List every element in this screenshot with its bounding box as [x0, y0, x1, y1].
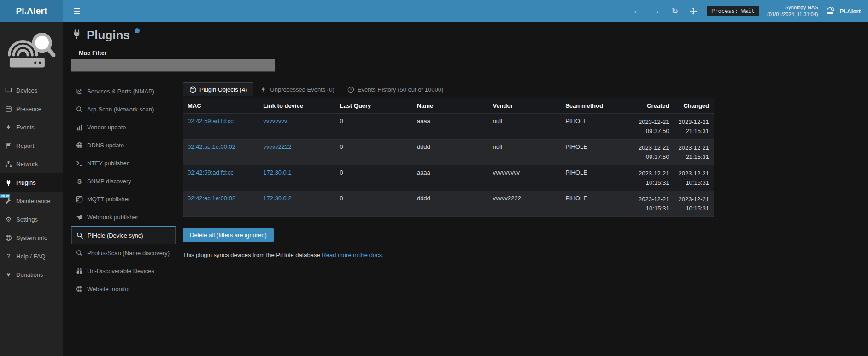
tab-plugin-objects[interactable]: Plugin Objects (4): [183, 82, 253, 96]
plugin-menu-item-pholus-scan[interactable]: Pholus-Scan (Name discovery): [71, 244, 176, 262]
plugin-detail-panel: Plugin Objects (4) Unprocessed Events (0…: [183, 82, 868, 258]
sidebar-item-label: Plugins: [16, 179, 36, 186]
clock-icon: [347, 86, 354, 93]
flag-icon: [5, 142, 12, 149]
last-query-cell: 0: [335, 140, 412, 165]
col-header-mac: MAC: [183, 98, 258, 114]
plugin-menu-item-webhook-publisher[interactable]: Webhook publisher: [71, 208, 176, 226]
sidebar-item-plugins[interactable]: Plugins: [0, 173, 63, 192]
plugin-menu-item-ddns-update[interactable]: DDNS update: [71, 136, 176, 154]
scan-method-cell: PIHOLE: [561, 114, 634, 140]
name-cell: dddd: [412, 140, 488, 165]
satellite-dish-icon: [76, 88, 83, 95]
plugin-menu-label: Website monitor: [87, 286, 130, 292]
plugin-menu-label: Arp-Scan (Network scan): [87, 106, 154, 113]
sidebar-item-help-faq[interactable]: ? Help / FAQ: [0, 247, 63, 265]
host-info: Synology-NAS (01/01/2024, 11:31:04): [767, 4, 818, 18]
plugin-menu-item-snmp-discovery[interactable]: S SNMP discovery: [71, 172, 176, 190]
globe-icon: [76, 142, 83, 149]
bolt-icon: [5, 124, 12, 131]
vendor-cell: null: [488, 114, 561, 140]
mac-link[interactable]: 02:42:59:ad:fd:cc: [188, 169, 234, 176]
plugin-menu-item-undiscoverable-devices[interactable]: Un-Discoverable Devices: [71, 262, 176, 280]
globe-icon: [76, 286, 83, 292]
sidebar-item-maintenance[interactable]: NEW Maintenance: [0, 192, 63, 210]
question-icon: ?: [5, 253, 12, 259]
process-status-badge: Process: Wait: [707, 6, 759, 16]
plugin-menu-item-arp-scan[interactable]: Arp-Scan (Network scan): [71, 100, 176, 118]
top-navbar: Pi.Alert ☰ ← → ↻ Process: Wait Synology-…: [0, 0, 868, 22]
table-header-row: MAC Link to device Last Query Name Vendo…: [183, 98, 714, 114]
tab-unprocessed-events[interactable]: Unprocessed Events (0): [253, 82, 340, 96]
docs-link[interactable]: Read more in the docs.: [322, 251, 383, 258]
sidebar-item-label: System info: [16, 234, 47, 241]
sidebar-item-settings[interactable]: ⚙ Settings: [0, 210, 63, 228]
forward-icon[interactable]: →: [651, 6, 662, 17]
bar-chart-icon: [76, 124, 83, 131]
device-link[interactable]: vvvvvvvv: [263, 117, 287, 124]
binoculars-icon: [76, 268, 83, 274]
plugin-menu-label: Vendor update: [87, 124, 126, 131]
mac-link[interactable]: 02:42:ac:1e:00:02: [188, 143, 235, 150]
move-arrows-icon[interactable]: [688, 6, 699, 16]
mac-link[interactable]: 02:42:ac:1e:00:02: [188, 195, 235, 202]
device-link[interactable]: 172.30.0.1: [263, 169, 291, 176]
tab-events-history[interactable]: Events History (50 out of 10000): [341, 82, 450, 96]
tab-label: Unprocessed Events (0): [270, 86, 334, 93]
device-link[interactable]: 172.30.0.2: [263, 195, 291, 202]
plugin-description-text: This plugin syncs devices from the PiHol…: [183, 251, 320, 258]
page-header: Plugins: [71, 29, 868, 41]
sidebar-toggle-icon[interactable]: ☰: [70, 5, 84, 18]
pialert-logo-icon: [7, 28, 56, 74]
sidebar-item-label: Maintenance: [16, 198, 50, 204]
brand-logo[interactable]: Pi.Alert: [0, 0, 63, 22]
plugin-menu-item-mqtt-publisher[interactable]: MQTT publisher: [71, 190, 176, 208]
magnifier-icon: [76, 232, 83, 239]
refresh-icon[interactable]: ↻: [670, 6, 680, 17]
sidebar-item-label: Settings: [16, 216, 38, 223]
plugin-menu-label: Services & Ports (NMAP): [87, 88, 154, 95]
title-help-badge[interactable]: [135, 28, 140, 33]
plugin-menu-item-pihole[interactable]: PiHole (Device sync): [71, 226, 176, 244]
plugin-menu-label: SNMP discovery: [87, 178, 131, 185]
created-cell: 2023-12-2109:37:50: [634, 114, 674, 140]
sidebar-item-events[interactable]: Events: [0, 118, 63, 136]
mac-filter-input[interactable]: [71, 59, 275, 72]
host-name: Synology-NAS: [767, 4, 818, 11]
col-header-created: Created: [634, 98, 674, 114]
col-header-last-query: Last Query: [335, 98, 412, 114]
col-header-name: Name: [412, 98, 488, 114]
magnifier-icon: [76, 250, 83, 257]
plugin-menu-item-website-monitor[interactable]: Website monitor: [71, 280, 176, 298]
plugin-menu-item-nmap[interactable]: Services & Ports (NMAP): [71, 82, 176, 100]
col-header-changed: Changed: [674, 98, 714, 114]
table-row: 02:42:59:ad:fd:cc vvvvvvvv 0 aaaa null P…: [183, 114, 714, 140]
sidebar-item-donations[interactable]: ♥ Donations: [0, 265, 63, 284]
sidebar-item-network[interactable]: Network: [0, 155, 63, 173]
name-cell: aaaa: [412, 114, 488, 140]
host-time: (01/01/2024, 11:31:04): [767, 11, 818, 18]
vendor-cell: vvvvvvvvv: [488, 165, 561, 191]
plugin-menu-item-vendor-update[interactable]: Vendor update: [71, 118, 176, 136]
new-badge: NEW: [0, 194, 10, 198]
mac-filter-label: Mac Filter: [79, 49, 868, 56]
device-link[interactable]: vvvvv2222: [263, 143, 291, 150]
changed-cell: 2023-12-2110:15:31: [674, 191, 714, 217]
sidebar-item-label: Events: [16, 124, 35, 131]
sidebar-logo: [0, 22, 63, 81]
delete-all-button[interactable]: Delete all (filters are ignored): [183, 228, 274, 242]
plugin-objects-table: MAC Link to device Last Query Name Vendo…: [183, 98, 714, 217]
back-icon[interactable]: ←: [631, 6, 643, 17]
mac-link[interactable]: 02:42:59:ad:fd:cc: [188, 117, 234, 124]
terminal-icon: [76, 160, 83, 167]
magnifier-icon: [76, 106, 83, 113]
plugin-menu-label: Un-Discoverable Devices: [87, 268, 154, 274]
plugin-menu-item-ntfy-publisher[interactable]: NTFY publisher: [71, 154, 176, 172]
sidebar-item-presence[interactable]: Presence: [0, 99, 63, 118]
plugin-description: This plugin syncs devices from the PiHol…: [183, 251, 864, 258]
sidebar-item-report[interactable]: Report: [0, 136, 63, 155]
sidebar-item-system-info[interactable]: System info: [0, 228, 63, 247]
sidebar-item-label: Presence: [16, 105, 41, 112]
last-query-cell: 0: [335, 165, 412, 191]
sidebar-item-devices[interactable]: Devices: [0, 81, 63, 99]
